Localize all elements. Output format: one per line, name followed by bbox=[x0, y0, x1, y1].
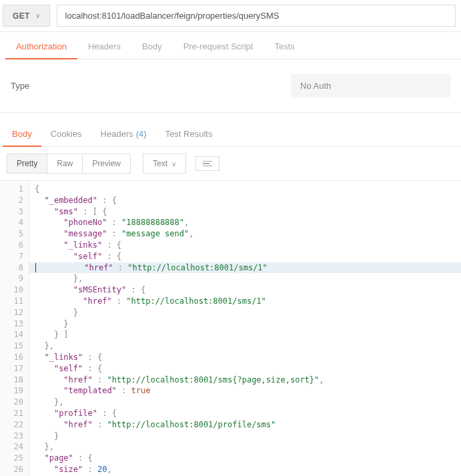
line-number: 11 bbox=[0, 296, 29, 307]
line-number: 7 bbox=[0, 251, 29, 262]
code-line: "message" : "message send", bbox=[29, 228, 461, 240]
chevron-down-icon: ∨ bbox=[171, 160, 176, 168]
line-number: 1 bbox=[0, 184, 29, 195]
code-line: "_links" : { bbox=[29, 240, 461, 251]
code-line: }, bbox=[29, 273, 461, 284]
line-number: 21 bbox=[0, 408, 29, 419]
line-number: 5 bbox=[0, 228, 29, 240]
code-line: "self" : { bbox=[29, 363, 461, 375]
format-label: Text bbox=[153, 159, 167, 168]
resp-tab-body[interactable]: Body bbox=[3, 122, 41, 147]
code-line: "href" : "http://localhost:8001/sms/1" bbox=[29, 262, 461, 274]
auth-panel: Type No Auth bbox=[0, 59, 461, 113]
line-number: 8 bbox=[0, 262, 29, 274]
resp-tab-label: Cookies bbox=[51, 129, 82, 140]
line-number: 9 bbox=[0, 273, 29, 284]
code-line: "href" : "http://localhost:8001/profile/… bbox=[29, 419, 461, 431]
resp-tab-headers[interactable]: Headers(4) bbox=[91, 122, 156, 146]
auth-type-label: Type bbox=[11, 81, 144, 91]
code-line: "page" : { bbox=[29, 453, 461, 464]
line-number: 22 bbox=[0, 419, 29, 431]
code-line: "_links" : { bbox=[29, 352, 461, 363]
code-line: "_embedded" : { bbox=[29, 195, 461, 206]
line-number: 2 bbox=[0, 195, 29, 206]
url-input[interactable] bbox=[57, 5, 456, 27]
code-line: }, bbox=[29, 441, 461, 453]
http-method-select[interactable]: GET ∨ bbox=[3, 5, 50, 27]
header-count: (4) bbox=[136, 129, 147, 140]
code-line: } bbox=[29, 307, 461, 318]
line-gutter: 1234567891011121314151617181920212223242… bbox=[0, 181, 29, 476]
tab-authorization[interactable]: Authorization bbox=[5, 35, 77, 59]
tab-tests[interactable]: Tests bbox=[264, 35, 305, 59]
response-tabs: BodyCookiesHeaders(4)Test Results bbox=[0, 122, 461, 147]
code-line: "href" : "http://localhost:8001/sms{?pag… bbox=[29, 375, 461, 386]
code-content[interactable]: { "_embedded" : { "sms" : [ { "phoneNo" … bbox=[29, 181, 461, 476]
chevron-down-icon: ∨ bbox=[35, 12, 40, 19]
line-number: 25 bbox=[0, 453, 29, 464]
line-number: 20 bbox=[0, 397, 29, 408]
line-number: 13 bbox=[0, 318, 29, 330]
line-number: 10 bbox=[0, 284, 29, 296]
code-line: "phoneNo" : "18888888888", bbox=[29, 217, 461, 228]
view-mode-preview[interactable]: Preview bbox=[82, 154, 131, 174]
code-line: }, bbox=[29, 340, 461, 352]
code-line: }, bbox=[29, 397, 461, 408]
line-number: 14 bbox=[0, 329, 29, 340]
resp-tab-label: Headers bbox=[101, 129, 133, 140]
code-line: "size" : 20, bbox=[29, 464, 461, 475]
code-line: } ] bbox=[29, 329, 461, 340]
code-line: "sms" : [ { bbox=[29, 206, 461, 218]
line-number: 6 bbox=[0, 240, 29, 251]
tab-headers[interactable]: Headers bbox=[77, 35, 131, 59]
line-number: 17 bbox=[0, 363, 29, 375]
http-method-label: GET bbox=[13, 11, 30, 21]
code-line: "templated" : true bbox=[29, 385, 461, 397]
view-mode-bar: PrettyRawPreview Text ∨ bbox=[0, 147, 461, 180]
tab-body[interactable]: Body bbox=[131, 35, 173, 59]
line-number: 16 bbox=[0, 352, 29, 363]
auth-type-select[interactable]: No Auth bbox=[291, 74, 450, 97]
resp-tab-label: Test Results bbox=[165, 129, 213, 140]
line-number: 19 bbox=[0, 385, 29, 397]
code-line: { bbox=[29, 184, 461, 195]
format-select[interactable]: Text ∨ bbox=[143, 154, 186, 174]
code-line: "href" : "http://localhost:8001/sms/1" bbox=[29, 296, 461, 307]
line-number: 23 bbox=[0, 431, 29, 442]
resp-tab-test-results[interactable]: Test Results bbox=[156, 122, 222, 146]
line-number: 3 bbox=[0, 206, 29, 218]
line-number: 24 bbox=[0, 441, 29, 453]
code-line: "sMSEntity" : { bbox=[29, 284, 461, 296]
resp-tab-cookies[interactable]: Cookies bbox=[41, 122, 91, 146]
line-number: 18 bbox=[0, 375, 29, 386]
line-number: 12 bbox=[0, 307, 29, 318]
tab-pre-request-script[interactable]: Pre-request Script bbox=[173, 35, 264, 59]
response-body: 1234567891011121314151617181920212223242… bbox=[0, 180, 461, 476]
line-number: 26 bbox=[0, 464, 29, 475]
code-line: "profile" : { bbox=[29, 408, 461, 419]
view-mode-raw[interactable]: Raw bbox=[47, 154, 83, 174]
line-number: 15 bbox=[0, 340, 29, 352]
resp-tab-label: Body bbox=[12, 129, 32, 139]
request-bar: GET ∨ bbox=[0, 0, 461, 32]
code-line: "self" : { bbox=[29, 251, 461, 262]
wrap-lines-button[interactable] bbox=[195, 156, 219, 172]
code-line: } bbox=[29, 318, 461, 330]
view-mode-pretty[interactable]: Pretty bbox=[7, 154, 47, 174]
code-line: } bbox=[29, 431, 461, 442]
request-tabs: AuthorizationHeadersBodyPre-request Scri… bbox=[0, 35, 461, 59]
view-mode-group: PrettyRawPreview bbox=[7, 154, 131, 174]
line-number: 4 bbox=[0, 217, 29, 228]
